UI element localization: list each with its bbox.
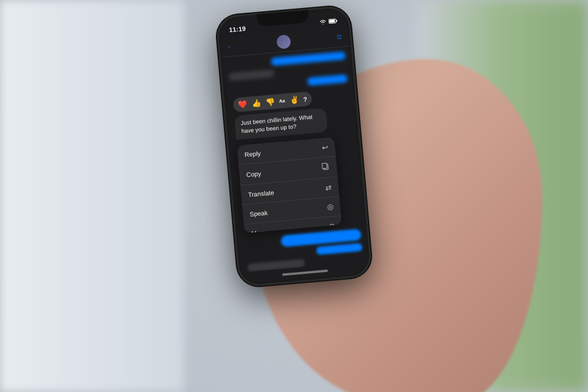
contact-avatar	[276, 34, 291, 49]
svg-rect-2	[336, 20, 338, 21]
reaction-bar: ❤️ 👍 👎 Aa ✌️ ?	[233, 91, 312, 112]
received-bubble-1	[228, 69, 274, 81]
sent-bubble-2	[307, 74, 348, 86]
copy-icon	[322, 162, 330, 173]
sent-bubble-bottom-2	[316, 243, 362, 255]
phone-screen: 11:19 ‹	[219, 9, 369, 284]
copy-label: Copy	[246, 170, 261, 178]
reaction-thumbsdown[interactable]: 👎	[265, 98, 274, 107]
more-label: More...	[251, 228, 271, 234]
reply-label: Reply	[244, 150, 261, 158]
svg-rect-1	[329, 19, 335, 22]
reaction-text[interactable]: Aa	[279, 98, 285, 104]
phone-device: 11:19 ‹	[216, 6, 372, 286]
status-time: 11:19	[229, 25, 246, 33]
reaction-thumbsup[interactable]: 👍	[252, 99, 261, 108]
nav-back-button[interactable]: ‹	[228, 43, 230, 49]
speak-label: Speak	[249, 209, 268, 218]
status-icons	[319, 18, 338, 25]
context-menu: Reply ↩ Copy Translate	[237, 137, 342, 233]
phone-body: 11:19 ‹	[216, 6, 372, 286]
wifi-icon	[319, 19, 327, 25]
messages-area: ❤️ 👍 👎 Aa ✌️ ? Just been chillin lately.…	[222, 46, 368, 273]
nav-video-button[interactable]: ⊡	[336, 33, 342, 40]
translate-label: Translate	[247, 189, 274, 198]
translate-icon: ⇄	[325, 183, 332, 192]
reaction-peace[interactable]: ✌️	[289, 95, 299, 104]
message-bubble: Just been chillin lately. What have you …	[234, 108, 328, 140]
reply-icon: ↩	[322, 143, 328, 152]
reaction-question[interactable]: ?	[303, 95, 308, 103]
bg-left	[0, 0, 184, 392]
speak-icon: ◎	[327, 202, 334, 211]
svg-rect-4	[322, 163, 327, 169]
home-bar	[282, 270, 328, 276]
message-text: Just been chillin lately. What have you …	[241, 114, 313, 134]
reaction-heart[interactable]: ❤️	[238, 100, 247, 109]
battery-icon	[328, 18, 338, 24]
